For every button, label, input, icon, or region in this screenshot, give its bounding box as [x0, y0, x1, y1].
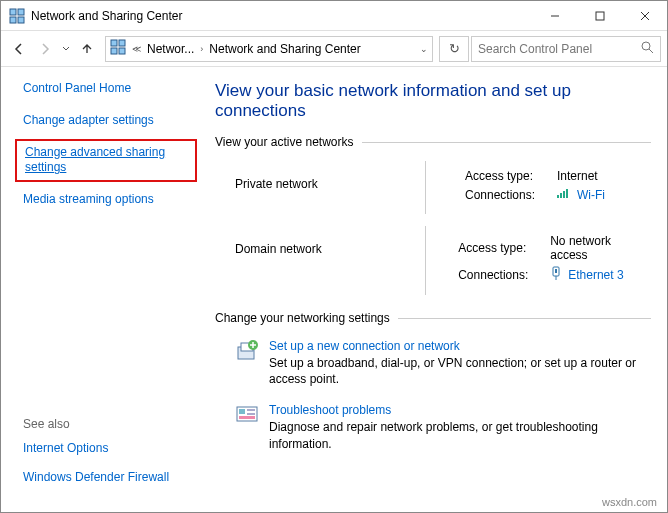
new-connection-icon: [235, 339, 259, 363]
windows-defender-firewall-link[interactable]: Windows Defender Firewall: [23, 470, 189, 486]
control-panel-home-link[interactable]: Control Panel Home: [23, 81, 189, 95]
troubleshoot-link[interactable]: Troubleshoot problems: [269, 403, 647, 417]
chevron-right-icon[interactable]: ›: [200, 44, 203, 54]
search-placeholder: Search Control Panel: [478, 42, 637, 56]
see-also-label: See also: [23, 417, 189, 431]
svg-rect-28: [247, 409, 255, 411]
svg-rect-3: [18, 17, 24, 23]
svg-rect-27: [239, 409, 245, 414]
svg-rect-0: [10, 9, 16, 15]
svg-point-12: [642, 42, 650, 50]
media-streaming-options-link[interactable]: Media streaming options: [23, 192, 189, 208]
troubleshoot-icon: [235, 403, 259, 427]
forward-button[interactable]: [33, 37, 57, 61]
internet-options-link[interactable]: Internet Options: [23, 441, 189, 457]
svg-rect-16: [563, 191, 565, 198]
breadcrumb-item[interactable]: Network and Sharing Center: [209, 42, 360, 56]
troubleshoot-desc: Diagnose and repair network problems, or…: [269, 419, 647, 451]
access-type-label: Access type:: [465, 169, 551, 183]
main-content: View your basic network information and …: [201, 67, 667, 512]
breadcrumb-item[interactable]: Networ...: [147, 42, 194, 56]
window-title: Network and Sharing Center: [31, 9, 532, 23]
recent-locations-button[interactable]: [59, 37, 73, 61]
minimize-button[interactable]: [532, 1, 577, 30]
svg-rect-5: [596, 12, 604, 20]
svg-rect-30: [239, 416, 255, 419]
sidebar: Control Panel Home Change adapter settin…: [1, 67, 201, 512]
address-dropdown-icon[interactable]: ⌄: [420, 44, 428, 54]
chevron-icon[interactable]: ≪: [132, 44, 141, 54]
up-button[interactable]: [75, 37, 99, 61]
back-button[interactable]: [7, 37, 31, 61]
divider: [425, 161, 426, 214]
network-name: Domain network: [235, 234, 428, 256]
nav-bar: ≪ Networ... › Network and Sharing Center…: [1, 31, 667, 67]
watermark: wsxdn.com: [602, 496, 657, 508]
maximize-button[interactable]: [577, 1, 622, 30]
divider: [362, 142, 651, 143]
settings-item: Troubleshoot problems Diagnose and repai…: [215, 395, 651, 459]
change-advanced-sharing-settings-link[interactable]: Change advanced sharing settings: [15, 139, 197, 182]
svg-rect-15: [560, 193, 562, 198]
svg-rect-10: [111, 48, 117, 54]
connection-link[interactable]: Ethernet 3: [568, 268, 623, 282]
active-networks-label: View your active networks: [215, 135, 354, 149]
svg-rect-29: [247, 413, 255, 415]
access-type-label: Access type:: [458, 241, 544, 255]
svg-rect-17: [566, 189, 568, 198]
svg-rect-19: [555, 269, 557, 273]
svg-rect-1: [18, 9, 24, 15]
app-icon: [9, 8, 25, 24]
svg-rect-9: [119, 40, 125, 46]
title-bar: Network and Sharing Center: [1, 1, 667, 31]
wifi-icon: [557, 187, 571, 202]
change-adapter-settings-link[interactable]: Change adapter settings: [23, 113, 189, 129]
close-button[interactable]: [622, 1, 667, 30]
settings-item: Set up a new connection or network Set u…: [215, 331, 651, 395]
svg-rect-14: [557, 195, 559, 198]
setup-connection-desc: Set up a broadband, dial-up, or VPN conn…: [269, 355, 647, 387]
location-icon: [110, 39, 126, 58]
access-type-value: No network access: [550, 234, 645, 262]
svg-rect-8: [111, 40, 117, 46]
ethernet-icon: [550, 266, 562, 283]
network-entry: Private network Access type: Internet Co…: [215, 155, 651, 220]
network-entry: Domain network Access type: No network a…: [215, 220, 651, 301]
connection-link[interactable]: Wi-Fi: [577, 188, 605, 202]
page-heading: View your basic network information and …: [215, 81, 651, 121]
svg-rect-11: [119, 48, 125, 54]
address-bar[interactable]: ≪ Networ... › Network and Sharing Center…: [105, 36, 433, 62]
svg-line-13: [649, 49, 653, 53]
divider: [398, 318, 651, 319]
divider: [425, 226, 426, 295]
connections-label: Connections:: [458, 268, 544, 282]
setup-connection-link[interactable]: Set up a new connection or network: [269, 339, 647, 353]
svg-rect-2: [10, 17, 16, 23]
search-icon: [641, 41, 654, 57]
change-settings-label: Change your networking settings: [215, 311, 390, 325]
network-name: Private network: [235, 169, 435, 191]
connections-label: Connections:: [465, 188, 551, 202]
refresh-button[interactable]: ↻: [439, 36, 469, 62]
search-box[interactable]: Search Control Panel: [471, 36, 661, 62]
access-type-value: Internet: [557, 169, 598, 183]
